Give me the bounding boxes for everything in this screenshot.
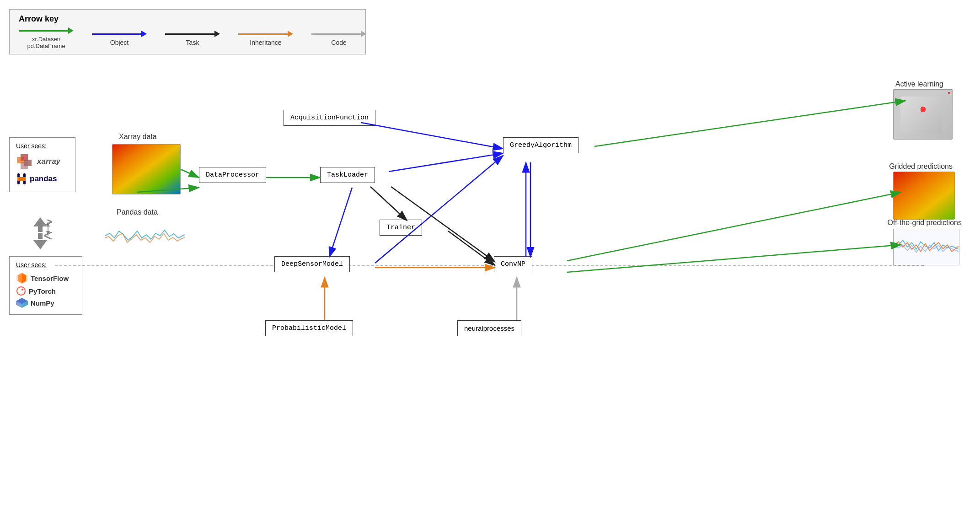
gray-line [311,33,361,35]
xarray-icon [16,153,34,170]
node-greedy-algorithm-label: GreedyAlgorithm [510,141,572,149]
offgrid-predictions-label: Off-the-grid predictions [888,219,962,227]
pytorch-label: PyTorch [29,287,56,295]
svg-line-31 [389,153,503,172]
xarray-data-label: Xarray data [119,133,157,141]
node-neural-processes-label: neuralprocesses [464,324,514,332]
arrow-item-dataset: xr.Dataset/pd.DataFrame [19,27,74,49]
node-acquisition-function-label: AcquisitionFunction [290,114,369,122]
tensorflow-logo: TensorFlow [16,272,75,284]
pandas-icon [16,172,27,185]
svg-rect-6 [17,177,26,181]
svg-point-16 [21,289,23,291]
arrow-label-dataset: xr.Dataset/pd.DataFrame [27,36,65,49]
svg-line-41 [594,101,905,146]
dashed-divider [55,265,924,266]
xarray-label: xarray [37,157,60,166]
arrow-label-object: Object [110,39,129,46]
node-trainer: Trainer [380,220,422,236]
green-arrowhead [68,27,74,34]
orange-arrowhead [288,31,293,37]
gray-arrowhead [361,31,366,37]
arrow-label-code: Code [331,39,346,46]
svg-marker-10 [33,217,47,226]
svg-rect-3 [21,162,28,169]
node-data-processor: DataProcessor [199,167,266,183]
active-learning-label: Active learning [895,80,943,88]
node-greedy-algorithm: GreedyAlgorithm [503,137,578,153]
svg-rect-12 [38,233,43,239]
xarray-logo: xarray [16,153,69,170]
down-arrow [33,233,47,249]
svg-rect-11 [38,226,43,232]
svg-marker-13 [33,240,47,249]
tensorflow-label: TensorFlow [31,275,69,282]
pandas-chart-svg [105,217,185,252]
node-conv-np: ConvNP [494,256,532,272]
svg-line-35 [370,187,407,221]
svg-line-42 [567,192,901,261]
arrow-item-task: Task [165,31,220,46]
svg-rect-1 [21,154,28,161]
svg-line-29 [329,188,352,257]
user-sees-top-label: User sees: [16,142,69,150]
orange-arrow [238,31,293,37]
pandas-label: pandas [30,174,57,183]
arrow-label-inheritance: Inheritance [250,39,281,46]
user-sees-bottom-label: User sees: [16,261,75,269]
node-probabilistic-model: ProbabilisticModel [265,320,353,336]
tensorflow-icon [16,272,28,284]
svg-line-36 [448,231,495,265]
numpy-logo: NumPy [16,298,75,308]
node-conv-np-label: ConvNP [501,260,525,268]
pandas-data-label: Pandas data [117,208,158,216]
black-arrow [165,31,220,37]
node-deep-sensor-model-label: DeepSensorModel [281,260,343,268]
svg-line-43 [567,245,901,272]
arrow-key-items: xr.Dataset/pd.DataFrame Object Task Inhe… [19,27,356,49]
up-arrow [33,217,47,233]
numpy-label: NumPy [31,299,54,307]
node-neural-processes: neuralprocesses [457,320,521,336]
black-line [165,33,214,35]
gray-arrow [311,31,366,37]
offgrid-chart-svg [893,229,959,265]
svg-line-26 [181,169,199,178]
arrow-label-task: Task [186,39,199,46]
arrow-key-legend: Arrow key xr.Dataset/pd.DataFrame Object… [9,9,366,54]
green-arrow [19,27,74,34]
node-task-loader-label: TaskLoader [327,171,368,179]
pandas-chart-image [105,217,185,253]
node-deep-sensor-model: DeepSensorModel [274,256,350,272]
gridded-predictions-label: Gridded predictions [889,162,953,171]
svg-point-15 [17,287,25,295]
blue-arrowhead [141,31,147,37]
pandas-logo: pandas [16,172,69,185]
xarray-data-image [112,144,181,194]
active-learning-image [893,89,953,140]
svg-line-32 [375,156,503,263]
pytorch-logo: PyTorch [16,286,75,296]
node-data-processor-label: DataProcessor [206,171,259,179]
numpy-icon [16,298,28,308]
pytorch-icon [16,286,26,296]
blue-arrow [92,31,147,37]
blue-line [92,33,141,35]
black-arrowhead [214,31,220,37]
arrow-item-code: Code [311,31,366,46]
node-trainer-label: Trainer [386,224,415,231]
arrow-item-inheritance: Inheritance [238,31,293,46]
node-task-loader: TaskLoader [320,167,375,183]
node-probabilistic-model-label: ProbabilisticModel [272,324,346,332]
user-sees-top-box: User sees: xarray pandas [9,137,75,192]
svg-line-30 [361,123,503,149]
green-line [19,30,68,32]
orange-line [238,33,288,35]
arrow-item-object: Object [92,31,147,46]
offgrid-predictions-image [893,229,959,267]
node-acquisition-function: AcquisitionFunction [284,110,375,126]
arrow-key-title: Arrow key [19,14,356,24]
gridded-predictions-image [893,172,955,220]
